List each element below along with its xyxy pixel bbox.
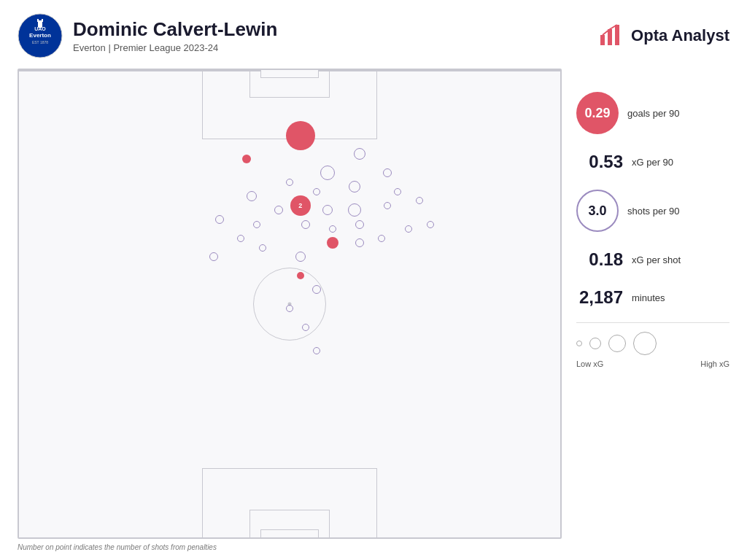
shots-stat-row: 3.0 shots per 90 — [576, 181, 729, 241]
club-badge: UAO Everton EST 1878 — [18, 13, 63, 58]
player-name: Dominic Calvert-Lewin — [73, 18, 277, 41]
opta-logo-icon — [597, 22, 625, 50]
shot-dot — [301, 220, 310, 229]
goals-stat-row: 0.29 goals per 90 — [576, 83, 729, 143]
legend-dot-1 — [576, 341, 582, 346]
svg-rect-7 — [600, 35, 605, 45]
svg-text:Everton: Everton — [29, 32, 51, 39]
minutes-stat-row: 2,187 minutes — [576, 279, 729, 316]
shot-dot — [209, 252, 218, 261]
shot-dot — [259, 244, 266, 252]
shot-dot — [297, 272, 304, 279]
svg-text:EST 1878: EST 1878 — [32, 40, 48, 44]
shot-dot — [427, 221, 434, 228]
legend-circles — [576, 332, 729, 355]
shot-dot — [327, 237, 338, 249]
shot-dot — [302, 324, 309, 331]
shot-dot — [355, 220, 364, 229]
pitch-container: 2 Number on point indicates the number o… — [18, 69, 562, 551]
shot-dot: 2 — [290, 195, 311, 216]
legend-dot-2 — [589, 338, 601, 349]
shot-dot — [313, 188, 320, 195]
legend-dot-4 — [633, 332, 657, 355]
legend-dot-3 — [608, 335, 626, 352]
main-content: 2 Number on point indicates the number o… — [18, 69, 729, 551]
opta-logo: Opta Analyst — [597, 22, 729, 50]
shots-label: shots per 90 — [627, 206, 729, 217]
shot-dot — [355, 238, 364, 247]
shot-dot — [274, 206, 283, 214]
shot-dot — [286, 121, 315, 150]
high-xg-label: High xG — [700, 359, 729, 368]
player-info: Dominic Calvert-Lewin Everton | Premier … — [73, 18, 277, 53]
shot-dot — [384, 202, 391, 209]
low-xg-label: Low xG — [576, 359, 603, 368]
header-left: UAO Everton EST 1878 Dominic Calvert-Lew… — [18, 13, 277, 58]
goal-bottom — [260, 529, 319, 539]
shot-dot — [322, 205, 333, 215]
shot-dot — [383, 168, 392, 177]
shot-dot — [286, 179, 293, 186]
shot-dot — [215, 215, 224, 224]
shot-dot — [286, 305, 293, 312]
svg-rect-8 — [608, 29, 612, 45]
xg-value: 0.53 — [576, 152, 623, 172]
goals-label: goals per 90 — [627, 108, 729, 119]
shot-dot — [313, 347, 320, 354]
minutes-value: 2,187 — [576, 287, 623, 308]
shot-dot — [242, 155, 251, 163]
svg-rect-9 — [615, 25, 619, 45]
minutes-label: minutes — [632, 292, 729, 303]
shot-dot — [354, 148, 365, 160]
svg-rect-5 — [37, 19, 39, 22]
shot-dot — [329, 225, 336, 233]
header: UAO Everton EST 1878 Dominic Calvert-Lew… — [18, 13, 729, 58]
shot-dot — [312, 285, 321, 294]
shot-dot — [394, 188, 401, 195]
legend-labels: Low xG High xG — [576, 359, 729, 368]
xg-shot-stat-row: 0.18 xG per shot — [576, 241, 729, 279]
footnote: Number on point indicates the number of … — [18, 543, 562, 551]
stats-panel: 0.29 goals per 90 0.53 xG per 90 3.0 sho… — [576, 69, 729, 551]
xg-shot-value: 0.18 — [576, 249, 623, 270]
stat-divider — [576, 322, 729, 323]
shot-dot — [405, 225, 412, 233]
shot-dot — [378, 235, 385, 242]
opta-logo-text: Opta Analyst — [631, 26, 729, 45]
shot-dot — [349, 181, 360, 192]
shot-dot — [416, 197, 423, 204]
shot-dot — [295, 252, 306, 262]
shot-dot — [237, 235, 244, 242]
player-details: Everton | Premier League 2023-24 — [73, 42, 277, 53]
legend-section: Low xG High xG — [576, 332, 729, 368]
xg-stat-row: 0.53 xG per 90 — [576, 143, 729, 181]
shot-dot — [348, 203, 361, 217]
goals-value: 0.29 — [576, 92, 619, 134]
xg-shot-label: xG per shot — [632, 254, 729, 265]
shot-dot — [247, 191, 257, 201]
shot-dot — [253, 221, 260, 228]
svg-rect-6 — [42, 19, 43, 22]
shots-value: 3.0 — [576, 190, 619, 232]
shot-dot — [320, 166, 335, 180]
pitch: 2 — [18, 69, 562, 539]
xg-label: xG per 90 — [632, 157, 729, 168]
